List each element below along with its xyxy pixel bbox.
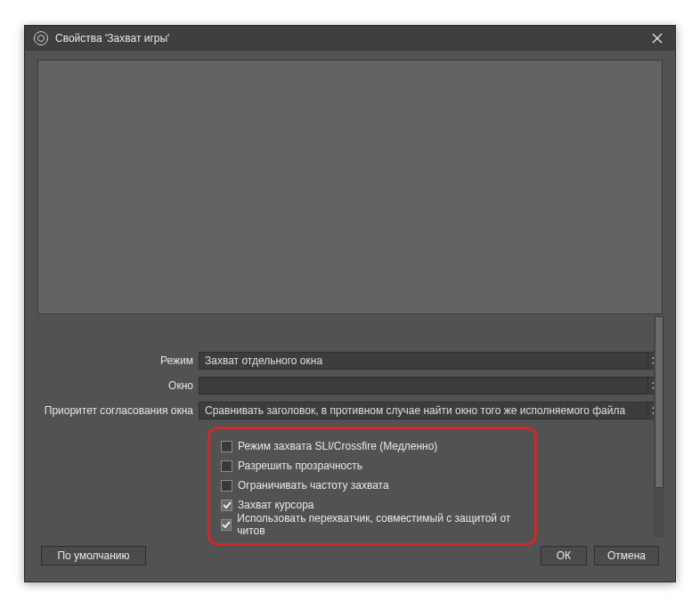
checkbox-icon — [221, 519, 232, 531]
dialog-title: Свойства 'Захват игры' — [55, 32, 647, 45]
checkbox-group-highlight: Режим захвата SLI/Crossfire (Медленно) Р… — [208, 427, 537, 546]
checkbox-label: Использовать перехватчик, совместимый с … — [237, 512, 522, 537]
close-button[interactable] — [647, 28, 668, 49]
checkbox-label: Захват курсора — [238, 499, 313, 511]
check-anticheat-hook[interactable]: Использовать перехватчик, совместимый с … — [221, 515, 522, 534]
checkbox-label: Ограничивать частоту захвата — [238, 479, 389, 492]
checkbox-icon — [221, 441, 232, 452]
label-mode: Режим — [37, 354, 199, 367]
scrollbar-vertical[interactable] — [654, 316, 664, 537]
check-sli[interactable]: Режим захвата SLI/Crossfire (Медленно) — [221, 436, 522, 456]
checkbox-label: Режим захвата SLI/Crossfire (Медленно) — [238, 440, 437, 452]
properties-dialog: Свойства 'Захват игры' Режим Захват отде… — [24, 25, 676, 582]
dialog-body: Режим Захват отдельного окна Окно — [25, 51, 675, 582]
close-icon — [652, 33, 663, 44]
ok-button[interactable]: ОК — [541, 546, 587, 565]
checkbox-icon — [221, 500, 232, 511]
defaults-button[interactable]: По умолчанию — [41, 546, 146, 565]
check-limit-fps[interactable]: Ограничивать частоту захвата — [221, 476, 522, 495]
app-icon — [34, 31, 48, 45]
cancel-button[interactable]: Отмена — [594, 546, 659, 565]
row-window: Окно — [37, 375, 663, 396]
checkbox-icon — [221, 460, 232, 472]
label-window: Окно — [37, 379, 199, 392]
select-priority[interactable]: Сравнивать заголовок, в противном случае… — [199, 402, 648, 419]
row-priority: Приоритет согласования окна Сравнивать з… — [37, 400, 663, 421]
checkbox-label: Разрешить прозрачность — [238, 460, 362, 472]
row-mode: Режим Захват отдельного окна — [37, 350, 663, 371]
titlebar: Свойства 'Захват игры' — [25, 26, 675, 51]
select-mode[interactable]: Захват отдельного окна — [199, 352, 648, 370]
check-transparency[interactable]: Разрешить прозрачность — [221, 456, 522, 476]
form-area: Режим Захват отдельного окна Окно — [37, 314, 663, 541]
checkbox-icon — [221, 480, 232, 492]
select-window[interactable] — [199, 377, 648, 395]
preview-area — [37, 60, 663, 314]
scrollbar-thumb[interactable] — [655, 316, 663, 488]
label-priority: Приоритет согласования окна — [37, 404, 199, 417]
